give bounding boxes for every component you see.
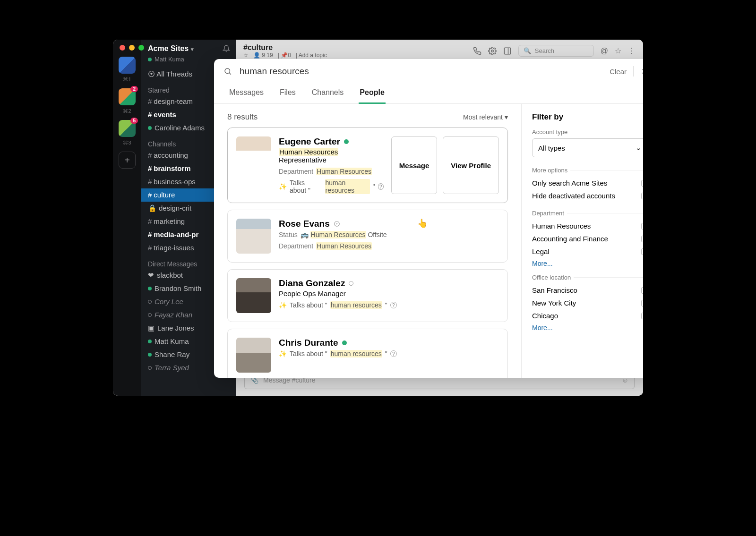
view-profile-button[interactable]: View Profile [443,136,499,194]
avatar [236,219,271,254]
presence-icon [148,353,152,357]
chevron-down-icon: ▾ [505,113,508,121]
filter-title: Filter by [532,112,643,122]
maximize-window-icon[interactable] [138,45,144,51]
results-count: 8 results [227,112,258,122]
add-workspace-button[interactable]: + [119,152,136,169]
person-result[interactable]: Diana Gonzalez People Ops Manager ✨Talks… [227,269,508,322]
presence-icon [349,281,353,286]
avatar [236,278,271,313]
talks-about: ✨Talks about "human resources"? [279,350,499,357]
sparkle-icon: ✨ [279,350,287,357]
presence-icon [148,58,152,61]
account-type-select[interactable]: All types⌄ [532,138,643,157]
svg-line-4 [229,73,231,74]
help-icon[interactable]: ? [390,350,397,357]
filter-section-label: Account type [532,128,643,136]
tab-people[interactable]: People [359,84,385,103]
filter-option[interactable]: San Francisco [532,284,643,297]
checkbox[interactable] [641,248,643,255]
tab-channels[interactable]: Channels [311,84,345,103]
minimize-window-icon[interactable] [129,45,135,51]
filter-section-label: Office location [532,274,643,281]
presence-icon [148,287,152,290]
person-result[interactable]: Chris Durante ✨Talks about "human resour… [227,329,508,378]
tab-messages[interactable]: Messages [228,84,265,103]
workspace-1[interactable] [119,57,136,74]
talks-about: ✨Talks about "human resources"? [279,301,499,309]
filter-option[interactable]: Chicago [532,309,643,322]
chevron-down-icon: ⌄ [636,144,642,152]
app-window: ⌘1 2 ⌘2 5 ⌘3 + Acme Sites ▾ Matt Kuma ⦿ … [113,40,643,396]
presence-icon [148,313,152,317]
close-window-icon[interactable] [120,45,125,51]
filter-option[interactable]: Accounting and Finance [532,232,643,245]
search-bar: Clear [214,59,643,84]
avatar [236,136,271,171]
search-modal: Clear Messages Files Channels People 8 r… [214,59,643,378]
more-link[interactable]: More... [532,322,643,338]
person-role: Human Resources Representative [279,148,384,164]
filter-section-label: More options [532,167,643,174]
window-controls[interactable] [120,45,144,51]
help-icon[interactable]: ? [390,302,397,308]
checkbox[interactable] [641,287,643,294]
person-result[interactable]: Eugene Carter Human Resources Representa… [227,128,508,203]
person-name: Diana Gonzalez [279,278,499,289]
avatar [236,338,271,373]
person-department: DepartmentHuman Resources [279,242,499,250]
more-link[interactable]: More... [532,258,643,274]
presence-icon [148,366,152,370]
person-role: People Ops Manager [279,289,499,298]
results-pane: 8 results Most relevant▾ Eugene Carter H… [214,104,521,378]
checkbox[interactable] [641,300,643,306]
workspace-3[interactable]: 5 [119,120,136,137]
workspace-2[interactable]: 2 [119,88,136,105]
sort-dropdown[interactable]: Most relevant▾ [463,113,508,121]
checkbox[interactable] [641,313,643,319]
person-name: Rose Evans [279,219,499,229]
away-icon [334,221,340,227]
sparkle-icon: ✨ [279,301,287,309]
unread-badge: 5 [130,118,138,124]
search-tabs: Messages Files Channels People [214,84,643,104]
cursor-icon: 👆 [417,218,428,229]
svg-point-3 [225,68,230,74]
clear-button[interactable]: Clear [610,68,627,76]
filter-pane: Filter by Account type All types⌄ More o… [521,104,643,378]
checkbox[interactable] [641,180,643,187]
search-input[interactable] [239,66,603,77]
checkbox[interactable] [641,193,643,199]
message-button[interactable]: Message [391,136,437,194]
person-result[interactable]: Rose Evans Status🚌 Human Resources Offsi… [227,210,508,263]
filter-option[interactable]: Human Resources [532,220,643,232]
person-name: Chris Durante [279,338,499,348]
filter-option[interactable]: Hide deactivated accounts [532,189,643,202]
workspace-name[interactable]: Acme Sites ▾ [148,44,194,53]
notifications-icon[interactable] [223,45,230,52]
presence-icon [344,139,349,144]
filter-option[interactable]: New York City [532,297,643,309]
person-department: DepartmentHuman Resources [279,168,384,175]
workspace-shortcut: ⌘1 [123,77,131,83]
workspace-shortcut: ⌘2 [123,108,131,114]
search-icon [223,67,232,76]
presence-icon [148,126,152,130]
tab-files[interactable]: Files [279,84,297,103]
presence-icon [148,340,152,343]
sparkle-icon: ✨ [279,183,287,190]
filter-section-label: Department [532,210,643,217]
filter-option[interactable]: Legal [532,245,643,258]
workspace-rail: ⌘1 2 ⌘2 5 ⌘3 + [113,40,141,396]
checkbox[interactable] [641,223,643,230]
presence-icon [148,300,152,304]
checkbox[interactable] [641,236,643,242]
presence-icon [342,340,347,345]
unread-badge: 2 [130,86,138,92]
person-name: Eugene Carter [279,136,384,147]
person-status: Status🚌 Human Resources Offsite [279,231,499,238]
filter-option[interactable]: Only search Acme Sites [532,177,643,189]
close-icon[interactable] [640,67,643,76]
help-icon[interactable]: ? [378,183,384,190]
workspace-shortcut: ⌘3 [123,140,131,146]
